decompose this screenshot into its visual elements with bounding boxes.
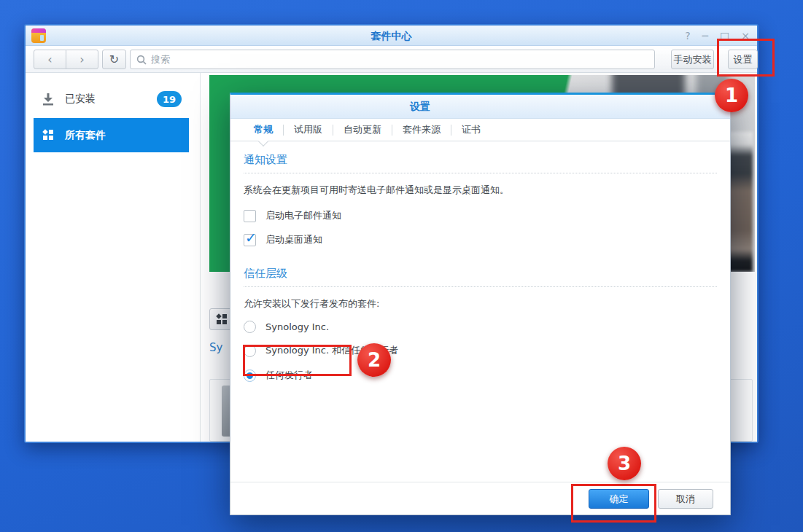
radio-any-publisher[interactable]: 任何发行者	[244, 369, 717, 382]
dialog-body: 通知设置 系统会在更新项目可用时寄送电子邮件通知或是显示桌面通知。 启动电子邮件…	[230, 141, 730, 482]
search-input[interactable]	[151, 54, 648, 65]
settings-button[interactable]: 设置	[728, 50, 758, 69]
dialog-tabbar: 常规 试用版 自动更新 套件来源 证书	[230, 119, 730, 141]
minimize-icon[interactable]: ─	[702, 31, 708, 41]
settings-dialog: 设置 常规 试用版 自动更新 套件来源 证书 通知设置 系统会在更新项目可用时寄…	[230, 93, 731, 515]
trust-level-description: 允许安装以下发行者发布的套件:	[244, 297, 717, 310]
sidebar-item-all-packages[interactable]: 所有套件	[34, 118, 189, 152]
radio-label: Synology Inc. 和信任的发行者	[265, 344, 398, 357]
nav-button-group: ‹ ›	[34, 50, 98, 69]
search-box	[130, 50, 655, 69]
sidebar-item-label: 已安装	[65, 93, 96, 106]
download-icon	[41, 92, 55, 106]
dialog-title: 设置	[230, 95, 610, 119]
grid-icon	[41, 130, 55, 141]
package-title-partial[interactable]: Sy	[209, 341, 222, 354]
tab-package-sources[interactable]: 套件来源	[392, 119, 451, 141]
radio-unselected-icon	[244, 321, 256, 333]
search-icon	[136, 55, 147, 65]
ok-button[interactable]: 确定	[589, 489, 649, 509]
radio-label: 任何发行者	[265, 369, 313, 382]
check-mark-icon: ✓	[245, 230, 257, 246]
checkbox-unchecked-icon	[244, 210, 256, 222]
sidebar-item-installed[interactable]: 已安装 19	[34, 87, 189, 111]
checkbox-label: 启动桌面通知	[265, 233, 322, 246]
back-button[interactable]: ‹	[34, 50, 66, 69]
sidebar: 已安装 19 所有套件	[26, 73, 201, 442]
installed-count-badge: 19	[157, 91, 182, 107]
dialog-header: 设置	[230, 95, 730, 119]
toolbar: ‹ › ↻ 手动安装 设置	[26, 46, 757, 73]
manual-install-button[interactable]: 手动安装	[671, 50, 714, 69]
trust-level-heading: 信任层级	[244, 267, 717, 287]
checkbox-email-notification[interactable]: 启动电子邮件通知	[244, 209, 717, 222]
dialog-footer: 确定 取消	[230, 482, 730, 515]
notification-description: 系统会在更新项目可用时寄送电子邮件通知或是显示桌面通知。	[244, 184, 717, 197]
radio-label: Synology Inc.	[265, 321, 329, 332]
help-icon[interactable]: ?	[685, 31, 690, 41]
titlebar: 套件中心 ? ─ □ ×	[26, 26, 757, 46]
forward-button[interactable]: ›	[66, 50, 98, 69]
checkbox-checked-icon: ✓	[244, 234, 256, 246]
tab-auto-update[interactable]: 自动更新	[333, 119, 392, 141]
window-title: 套件中心	[26, 26, 757, 46]
refresh-button[interactable]: ↻	[102, 50, 126, 69]
sidebar-item-label: 所有套件	[65, 129, 106, 142]
tab-certificate[interactable]: 证书	[451, 119, 491, 141]
cancel-button[interactable]: 取消	[658, 489, 713, 509]
radio-synology-only[interactable]: Synology Inc.	[244, 320, 717, 333]
grid-icon	[217, 314, 228, 325]
maximize-icon[interactable]: □	[720, 31, 729, 41]
desktop: 套件中心 ? ─ □ × ‹ › ↻ 手动安装 设置	[0, 0, 803, 532]
close-icon[interactable]: ×	[741, 31, 750, 41]
radio-unselected-icon	[244, 345, 256, 357]
notification-settings-heading: 通知设置	[244, 153, 717, 173]
checkbox-desktop-notification[interactable]: ✓ 启动桌面通知	[244, 233, 717, 246]
checkbox-label: 启动电子邮件通知	[265, 209, 341, 222]
radio-synology-and-trusted[interactable]: Synology Inc. 和信任的发行者	[244, 344, 717, 357]
radio-selected-icon	[244, 369, 256, 382]
tab-trial[interactable]: 试用版	[284, 119, 333, 141]
